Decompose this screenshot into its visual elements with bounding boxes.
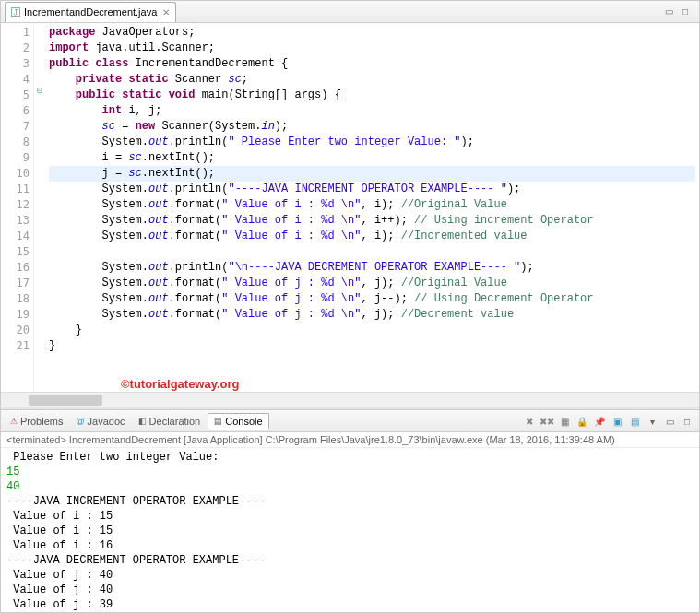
tab-filename: IncrementandDecrement.java [24, 6, 157, 18]
minimize-icon[interactable]: ▭ [662, 6, 675, 18]
console-dropdown-icon[interactable]: ▾ [644, 413, 660, 430]
close-icon[interactable]: ✕ [162, 7, 170, 18]
marker-column: ⊖ [34, 23, 45, 392]
horizontal-scrollbar[interactable] [1, 392, 699, 407]
tab-declaration[interactable]: ◧ Declaration [133, 414, 207, 429]
editor-tab-bar: 🄹 IncrementandDecrement.java ✕ ▭ □ [1, 1, 699, 23]
tab-console[interactable]: ▤ Console [208, 413, 268, 430]
tab-javadoc[interactable]: @ Javadoc [70, 414, 130, 429]
code-content[interactable]: package JavaOperators;import java.util.S… [45, 23, 699, 392]
console-output[interactable]: Please Enter two integer Value: 1540----… [1, 448, 699, 612]
tab-label: Console [225, 416, 262, 427]
scroll-lock-icon[interactable]: 🔒 [574, 413, 590, 430]
tab-label: Declaration [149, 416, 201, 427]
console-status: <terminated> IncrementandDecrement [Java… [1, 432, 699, 448]
editor-tab[interactable]: 🄹 IncrementandDecrement.java ✕ [5, 2, 176, 22]
open-console-icon[interactable]: ▤ [626, 413, 643, 430]
pin-console-icon[interactable]: 📌 [591, 413, 608, 430]
display-console-icon[interactable]: ▣ [609, 413, 625, 430]
remove-all-icon[interactable]: ✖✖ [539, 413, 555, 430]
code-editor[interactable]: 123456789101112131415161718192021 ⊖ pack… [1, 23, 699, 392]
console-toolbar: ✖ ✖✖ ▦ 🔒 📌 ▣ ▤ ▾ ▭ □ [521, 413, 695, 430]
scrollbar-thumb[interactable] [29, 395, 102, 406]
panel-minimize-icon[interactable]: ▭ [661, 413, 678, 430]
maximize-icon[interactable]: □ [679, 6, 692, 18]
line-number-gutter: 123456789101112131415161718192021 [1, 23, 34, 392]
watermark-text: ©tutorialgateway.org [121, 377, 240, 391]
tab-problems[interactable]: ⚠ Problems [5, 414, 68, 429]
bottom-panel-tabs: ⚠ Problems @ Javadoc ◧ Declaration ▤ Con… [1, 410, 699, 432]
declaration-icon: ◧ [138, 417, 147, 426]
tab-label: Problems [20, 416, 63, 427]
remove-launch-icon[interactable]: ✖ [521, 413, 538, 430]
editor-window-controls: ▭ □ [662, 6, 695, 18]
panel-maximize-icon[interactable]: □ [679, 413, 695, 430]
tab-label: Javadoc [88, 416, 125, 427]
problems-icon: ⚠ [10, 417, 18, 426]
console-icon: ▤ [214, 417, 222, 426]
javadoc-icon: @ [76, 417, 84, 426]
java-file-icon: 🄹 [11, 7, 20, 18]
clear-console-icon[interactable]: ▦ [556, 413, 573, 430]
